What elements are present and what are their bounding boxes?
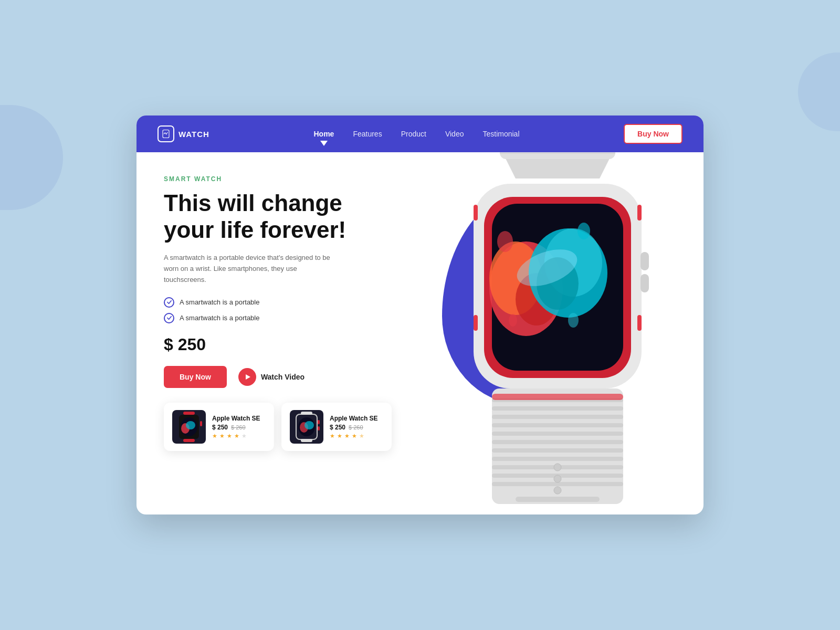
svg-rect-48	[492, 440, 623, 444]
navbar: WATCH Home Features Product Video Testim…	[136, 116, 704, 152]
star-1-1: ★	[212, 433, 218, 439]
svg-rect-40	[640, 252, 649, 270]
svg-rect-57	[492, 394, 623, 400]
feature-item-1: A smartwatch is a portable	[164, 297, 406, 308]
right-section	[432, 152, 704, 514]
nav-item-testimonial[interactable]: Testimonial	[482, 129, 519, 139]
check-icon-1	[164, 297, 174, 308]
svg-rect-15	[301, 412, 312, 415]
svg-rect-17	[318, 420, 320, 424]
svg-point-38	[568, 313, 579, 328]
product-name-1: Apple Watch SE	[212, 415, 260, 422]
svg-point-55	[554, 475, 561, 482]
product-price-old-2: $ 260	[349, 424, 363, 430]
star-2-3: ★	[344, 433, 351, 439]
svg-rect-58	[516, 497, 600, 502]
svg-point-39	[509, 314, 517, 327]
star-2-2: ★	[337, 433, 343, 439]
product-stars-2: ★ ★ ★ ★ ★	[330, 433, 378, 439]
main-content: SMART WATCH This will change your life f…	[136, 152, 704, 514]
logo[interactable]: WATCH	[158, 125, 209, 142]
play-icon	[238, 368, 256, 386]
svg-rect-49	[492, 448, 623, 453]
product-name-2: Apple Watch SE	[330, 415, 378, 422]
svg-point-54	[554, 464, 561, 471]
section-label: SMART WATCH	[164, 175, 406, 183]
product-stars-1: ★ ★ ★ ★ ★	[212, 433, 260, 439]
hero-buy-now-button[interactable]: Buy Now	[164, 366, 227, 388]
svg-rect-7	[183, 412, 195, 415]
star-1-2: ★	[219, 433, 226, 439]
logo-text: WATCH	[178, 130, 209, 139]
svg-rect-26	[637, 315, 642, 331]
svg-rect-50	[492, 457, 623, 461]
feature-item-2: A smartwatch is a portable	[164, 313, 406, 323]
product-prices-2: $ 250 $ 260	[330, 424, 378, 431]
hero-title: This will change your life forever!	[164, 190, 406, 243]
product-thumb-2	[290, 410, 323, 444]
star-2-5: ★	[359, 433, 365, 439]
svg-rect-8	[183, 439, 195, 442]
bg-shape-left	[0, 105, 63, 210]
svg-rect-9	[200, 421, 202, 426]
product-info-2: Apple Watch SE $ 250 $ 260 ★ ★ ★ ★ ★	[330, 415, 378, 439]
svg-point-6	[186, 421, 195, 429]
left-section: SMART WATCH This will change your life f…	[136, 152, 432, 514]
product-cards: Apple Watch SE $ 250 $ 260 ★ ★ ★ ★ ★	[164, 403, 406, 451]
page-card: WATCH Home Features Product Video Testim…	[136, 116, 704, 514]
nav-item-features[interactable]: Features	[353, 129, 382, 139]
nav-item-video[interactable]: Video	[445, 129, 464, 139]
hero-price: $ 250	[164, 335, 406, 354]
product-info-1: Apple Watch SE $ 250 $ 260 ★ ★ ★ ★ ★	[212, 415, 260, 439]
svg-rect-47	[492, 432, 623, 436]
svg-rect-24	[474, 315, 478, 331]
svg-rect-41	[640, 274, 649, 292]
product-prices-1: $ 250 $ 260	[212, 424, 260, 431]
product-thumb-1	[172, 410, 206, 444]
product-price-current-1: $ 250	[212, 424, 228, 431]
nav-buy-now-button[interactable]: Buy Now	[624, 124, 682, 144]
svg-point-37	[578, 223, 590, 239]
cta-row: Buy Now Watch Video	[164, 366, 406, 388]
features-list: A smartwatch is a portable A smartwatch …	[164, 297, 406, 323]
svg-rect-23	[474, 205, 478, 220]
star-1-5: ★	[242, 433, 248, 439]
hero-watch-video-button[interactable]: Watch Video	[238, 368, 304, 386]
svg-rect-46	[492, 423, 623, 427]
svg-point-56	[554, 487, 561, 494]
product-card-1[interactable]: Apple Watch SE $ 250 $ 260 ★ ★ ★ ★ ★	[164, 403, 274, 451]
star-1-3: ★	[227, 433, 233, 439]
svg-rect-16	[301, 439, 312, 442]
nav-active-indicator	[320, 141, 328, 146]
svg-point-36	[497, 231, 513, 252]
star-2-1: ★	[330, 433, 336, 439]
svg-rect-45	[492, 415, 623, 419]
svg-rect-25	[637, 205, 642, 220]
product-card-2[interactable]: Apple Watch SE $ 250 $ 260 ★ ★ ★ ★ ★	[281, 403, 392, 451]
star-1-4: ★	[234, 433, 240, 439]
nav-item-product[interactable]: Product	[401, 129, 426, 139]
nav-item-home[interactable]: Home	[314, 129, 334, 139]
hero-description: A smartwatch is a portable device that's…	[164, 253, 332, 285]
bg-shape-right	[798, 52, 840, 131]
svg-point-14	[304, 421, 314, 429]
logo-icon	[158, 125, 174, 142]
nav-links: Home Features Product Video Testimonial	[314, 129, 520, 139]
svg-rect-44	[492, 406, 623, 411]
product-price-current-2: $ 250	[330, 424, 345, 431]
star-2-4: ★	[352, 433, 358, 439]
check-icon-2	[164, 313, 174, 323]
svg-marker-1	[246, 374, 250, 380]
product-price-old-1: $ 260	[231, 424, 246, 430]
svg-rect-18	[318, 426, 320, 430]
watch-image-container	[411, 152, 704, 504]
